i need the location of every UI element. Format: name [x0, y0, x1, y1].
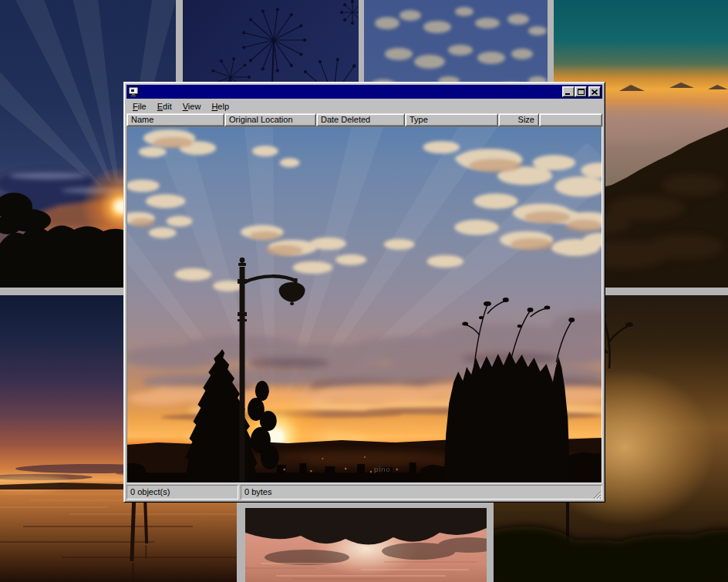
computer-icon [128, 86, 139, 97]
window-controls [562, 86, 601, 97]
status-object-count-text: 0 object(s) [130, 487, 170, 496]
maximize-button[interactable] [575, 86, 587, 97]
column-header-size[interactable]: Size [498, 113, 539, 126]
menu-bar: File Edit View Help [126, 99, 602, 113]
status-object-count: 0 object(s) [126, 485, 238, 500]
umbel-flower [340, 0, 359, 24]
maximize-icon [578, 89, 585, 95]
status-size-text: 0 bytes [244, 487, 271, 496]
menu-help[interactable]: Help [206, 100, 234, 113]
close-button[interactable] [588, 86, 601, 97]
recycle-bin-window: File Edit View Help Name Original Locati… [123, 82, 605, 503]
wallpaper-photo-water-reflection [245, 508, 487, 582]
sunset-photo: pino [127, 127, 602, 483]
menu-view[interactable]: View [177, 100, 207, 113]
column-header-name[interactable]: Name [126, 113, 224, 126]
menu-file[interactable]: File [127, 100, 152, 113]
column-header-date-deleted[interactable]: Date Deleted [316, 113, 405, 126]
photo-watermark: pino [374, 465, 391, 473]
blurry-foliage [494, 526, 728, 582]
column-header-type[interactable]: Type [405, 113, 498, 126]
menu-edit[interactable]: Edit [152, 100, 177, 113]
status-bar: 0 object(s) 0 bytes [126, 485, 602, 500]
file-list-area[interactable]: pino [126, 126, 602, 483]
ripples-light [261, 563, 469, 576]
column-header-original-location[interactable]: Original Location [224, 113, 316, 126]
minimize-icon [565, 89, 571, 95]
water-dark-streaks [0, 526, 237, 557]
minimize-button[interactable] [562, 86, 575, 97]
close-icon [592, 89, 598, 95]
status-size: 0 bytes [241, 485, 602, 500]
column-header-filler[interactable] [539, 113, 602, 126]
umbel-flower [243, 8, 306, 72]
column-headers: Name Original Location Date Deleted Type… [126, 113, 602, 126]
titlebar[interactable] [126, 85, 602, 99]
resize-grip[interactable] [592, 489, 602, 499]
